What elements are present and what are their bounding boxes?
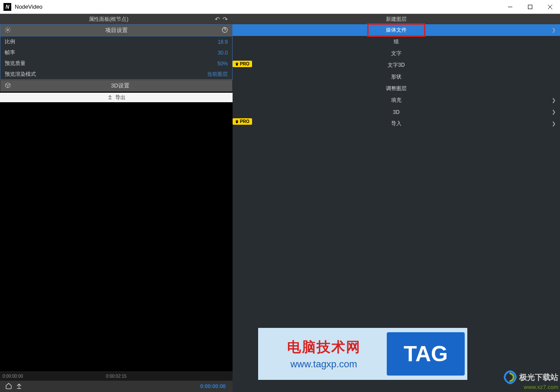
layer-item[interactable]: 3D❯ <box>233 106 560 118</box>
layer-item-label: 3D <box>393 109 399 115</box>
undo-icon[interactable]: ↶ <box>214 16 221 23</box>
crown-icon: ♛ <box>235 62 239 66</box>
layer-item[interactable]: 导入❯ <box>233 118 560 130</box>
share-icon[interactable] <box>14 382 24 391</box>
layer-item-label: 调整图层 <box>386 85 407 92</box>
pro-badge: ♛ PRO <box>233 61 252 67</box>
help-icon[interactable] <box>221 27 229 34</box>
home-icon[interactable] <box>3 382 14 391</box>
timeline-mid: 0:00:02:15 <box>106 374 126 379</box>
layer-item[interactable]: 填充❯ <box>233 94 560 106</box>
pro-badge: ♛ PRO <box>233 118 252 125</box>
preview-area[interactable] <box>0 102 233 371</box>
layer-item-label: 形状 <box>391 73 401 81</box>
layer-item-label: 组 <box>394 38 399 45</box>
timeline[interactable]: 0:00:00:00 0:00:02:15 <box>0 371 233 381</box>
left-panel: 属性面板(根节点) ↶ ↷ 项目设置 比例16:9帧率30.0预览质量50%预览… <box>0 14 233 392</box>
properties-panel-title: 属性面板(根节点) <box>3 16 214 23</box>
bottombar: 0:00:00:00 <box>0 381 233 392</box>
layer-item-label: 文字 <box>391 50 401 57</box>
crown-icon: ♛ <box>235 120 239 124</box>
prop-row[interactable]: 预览质量50% <box>0 58 233 69</box>
prop-value[interactable]: 50% <box>217 61 228 67</box>
window-controls <box>500 0 560 14</box>
layer-item-label: 文字3D <box>388 62 405 69</box>
svg-rect-1 <box>528 5 532 9</box>
titlebar: N NodeVideo <box>0 0 560 14</box>
watermark-xz7: 极光下载站 www.xz7.com <box>503 370 558 390</box>
watermark-tagxp: 电脑技术网 www.tagxp.com TAG <box>258 328 467 380</box>
new-layer-header: 新建图层 <box>233 14 560 24</box>
chevron-right-icon: ❯ <box>552 121 556 126</box>
prop-row[interactable]: 预览渲染模式当前图层 <box>0 69 233 80</box>
prop-value[interactable]: 30.0 <box>218 50 228 56</box>
prop-label: 预览质量 <box>5 60 217 67</box>
current-time: 0:00:00:00 <box>200 383 226 389</box>
watermark2-name: 极光下载站 <box>519 372 558 382</box>
project-settings-header[interactable]: 项目设置 <box>0 24 233 36</box>
redo-icon[interactable]: ↷ <box>221 16 229 23</box>
app-title: NodeVideo <box>15 3 500 10</box>
export-icon <box>107 94 113 101</box>
layer-item[interactable]: 形状 <box>233 71 560 83</box>
export-label: 导出 <box>115 94 126 101</box>
watermark-url: www.tagxp.com <box>290 359 357 370</box>
project-settings-title: 项目设置 <box>12 26 221 34</box>
close-button[interactable] <box>540 0 560 14</box>
properties-panel-header: 属性面板(根节点) ↶ ↷ <box>0 14 233 24</box>
prop-label: 预览渲染模式 <box>5 71 207 78</box>
3d-settings-title: 3D设置 <box>12 82 229 90</box>
watermark-tag: TAG <box>387 332 465 376</box>
svg-point-4 <box>7 29 9 31</box>
prop-value[interactable]: 16:9 <box>218 39 228 45</box>
layer-item-label: 媒体文件 <box>369 25 424 36</box>
maximize-button[interactable] <box>520 0 540 14</box>
timeline-start: 0:00:00:00 <box>3 374 23 379</box>
prop-value[interactable]: 当前图层 <box>207 71 228 78</box>
3d-settings-header[interactable]: 3D设置 <box>0 80 233 92</box>
layer-item[interactable]: 文字 <box>233 48 560 59</box>
prop-row[interactable]: 比例16:9 <box>0 36 233 47</box>
layer-item[interactable]: 组 <box>233 36 560 48</box>
prop-label: 帧率 <box>5 49 218 56</box>
swirl-icon <box>503 370 518 385</box>
minimize-button[interactable] <box>500 0 520 14</box>
prop-row[interactable]: 帧率30.0 <box>0 47 233 58</box>
prop-label: 比例 <box>5 38 218 45</box>
app-icon: N <box>3 3 11 11</box>
cube-icon <box>4 82 12 90</box>
layer-item-label: 填充 <box>391 97 401 104</box>
layer-item[interactable]: 媒体文件❯ <box>233 24 560 36</box>
export-button[interactable]: 导出 <box>0 93 233 102</box>
watermark2-url: www.xz7.com <box>524 384 558 390</box>
chevron-right-icon: ❯ <box>552 97 556 103</box>
chevron-right-icon: ❯ <box>552 27 556 33</box>
layer-item-label: 导入 <box>391 120 401 127</box>
layer-item[interactable]: 文字3D <box>233 59 560 71</box>
layer-item[interactable]: 调整图层 <box>233 83 560 94</box>
chevron-right-icon: ❯ <box>552 109 556 115</box>
watermark-cn: 电脑技术网 <box>287 338 361 357</box>
gear-icon <box>4 27 12 34</box>
